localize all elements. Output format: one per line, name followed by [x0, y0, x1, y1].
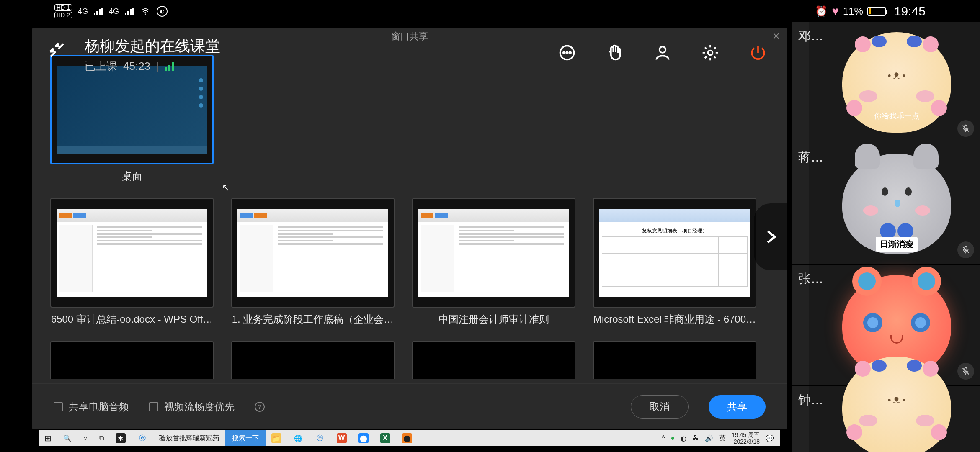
tray-icon[interactable]: ◐ [681, 434, 686, 442]
clock-date: 2022/3/18 [732, 438, 760, 445]
status-right: ⏰ ♥ 11% 19:45 [815, 4, 926, 18]
taskview-icon[interactable]: ⧉ [93, 430, 110, 446]
search-box[interactable]: 搜索一下 [225, 430, 266, 446]
battery-pct: 11% [843, 5, 863, 17]
source-window-2[interactable]: 1. 业务完成阶段工作底稿（企业会… [231, 198, 395, 326]
info-icon[interactable]: ? [255, 402, 265, 412]
svg-point-3 [566, 52, 568, 54]
chevron-right-icon [762, 229, 779, 245]
app-icon-orange[interactable]: ⬤ [396, 430, 418, 446]
wps-icon[interactable]: W [331, 430, 353, 446]
next-page-button[interactable] [754, 203, 787, 270]
user-icon [653, 44, 672, 62]
hd2-badge: HD 2 [54, 12, 72, 18]
tray-ime[interactable]: 英 [719, 434, 726, 443]
edge-icon[interactable]: 🌐 [287, 430, 309, 446]
ie-icon[interactable]: ⓔ [132, 430, 153, 446]
source-window-3[interactable]: 中国注册会计师审计准则 [412, 198, 575, 326]
chat-button[interactable] [554, 40, 580, 65]
desktop-label: 桌面 [50, 170, 214, 183]
participant-tile-2[interactable]: 蒋… 日渐消瘦 [792, 143, 980, 265]
svg-point-4 [570, 52, 571, 54]
room-title: 杨柳发起的在线课堂 [85, 36, 220, 56]
ie-icon-2[interactable]: ⓔ [309, 430, 331, 446]
source-window-4[interactable]: 复核意见明细表（项目经理） Microsoft Excel 非商业用途 - 67… [593, 198, 756, 326]
mute-icon[interactable] [957, 120, 974, 137]
chat-icon [558, 44, 576, 62]
source-window-6[interactable] [231, 341, 395, 379]
avatar-caption: 你给我乖一点 [842, 111, 951, 121]
globe-icon: ◐ [157, 6, 168, 17]
participant-name: 张… [798, 270, 823, 288]
share-audio-checkbox[interactable]: 共享电脑音频 [54, 400, 129, 413]
window-4-label: Microsoft Excel 非商业用途 - 6700… [593, 313, 756, 326]
participants-list: 邓… • ᴥ • 你给我乖一点 蒋… [792, 22, 980, 452]
taskbar-clock[interactable]: 19:45 周五 2022/3/18 [732, 431, 760, 445]
cortana-icon[interactable]: ○ [77, 430, 93, 446]
participant-tile-4[interactable]: 钟… • ᴥ • [792, 386, 980, 452]
settings-button[interactable] [698, 40, 723, 65]
pinned-news[interactable]: 验放首批辉瑞新冠药 [153, 430, 225, 446]
source-desktop[interactable]: 桌面 [50, 55, 214, 183]
checkbox-icon [149, 402, 158, 411]
tray-network-icon[interactable]: 🖧 [692, 434, 699, 442]
share-dialog: 窗口共享 ✕ 桌面 [32, 28, 787, 429]
app-icon-blue[interactable]: ⬤ [353, 430, 374, 446]
room-elapsed: 45:23 [123, 60, 150, 73]
windows-taskbar[interactable]: ⊞ 🔍 ○ ⧉ ✱ ⓔ 验放首批辉瑞新冠药 搜索一下 📁 🌐 ⓔ W ⬤ X ⬤… [39, 430, 780, 446]
source-window-5[interactable] [50, 341, 214, 379]
collapse-icon[interactable] [49, 42, 65, 62]
source-window-7[interactable] [412, 341, 575, 379]
status-bar: HD 1 HD 2 4G 4G ◐ ⏰ ♥ 11% 19:45 [0, 0, 980, 23]
participants-button[interactable] [650, 40, 675, 65]
raise-hand-button[interactable] [602, 40, 627, 65]
participants-panel[interactable]: 邓… • ᴥ • 你给我乖一点 蒋… [792, 22, 980, 452]
explorer-icon[interactable]: 📁 [266, 430, 287, 446]
room-status: 已上课 [85, 59, 117, 74]
end-class-button[interactable] [745, 40, 771, 65]
gear-icon [701, 44, 720, 62]
excel-icon[interactable]: X [374, 430, 396, 446]
network-quality-icon [165, 62, 174, 71]
main-stage: 窗口共享 ✕ 桌面 [32, 28, 787, 429]
mute-icon[interactable] [957, 241, 974, 258]
signal-icon-1 [94, 8, 103, 15]
notifications-icon[interactable]: 💬 [766, 434, 774, 442]
svg-point-2 [563, 52, 565, 54]
net-4g-1: 4G [78, 7, 88, 16]
system-tray[interactable]: ^ ● ◐ 🖧 🔊 英 19:45 周五 2022/3/18 💬 [656, 431, 780, 445]
share-button[interactable]: 共享 [709, 395, 766, 419]
tray-volume-icon[interactable]: 🔊 [705, 434, 713, 442]
source-grid[interactable]: 桌面 6500 审计总结-oo.docx - WPS Off… [50, 55, 779, 379]
alarm-icon: ⏰ [815, 5, 828, 17]
excel-title: 复核意见明细表（项目经理） [602, 225, 748, 236]
clock-time: 19:45 周五 [732, 431, 760, 438]
participant-tile-1[interactable]: 邓… • ᴥ • 你给我乖一点 [792, 22, 980, 143]
app-icon[interactable]: ✱ [110, 430, 132, 446]
window-4-thumb[interactable]: 复核意见明细表（项目经理） [593, 198, 756, 308]
hd1-badge: HD 1 [54, 4, 72, 11]
window-2-thumb[interactable] [231, 198, 395, 308]
window-3-label: 中国注册会计师审计准则 [412, 313, 575, 326]
svg-point-6 [708, 51, 713, 55]
start-button[interactable]: ⊞ [39, 430, 57, 446]
window-1-thumb[interactable] [50, 198, 214, 308]
window-2-label: 1. 业务完成阶段工作底稿（企业会… [231, 313, 395, 326]
cancel-button[interactable]: 取消 [631, 395, 689, 419]
source-window-1[interactable]: 6500 审计总结-oo.docx - WPS Off… [50, 198, 214, 326]
participant-name: 邓… [798, 28, 823, 45]
dialog-footer: 共享电脑音频 视频流畅度优先 ? 取消 共享 [32, 383, 787, 429]
svg-point-0 [145, 13, 146, 14]
search-icon[interactable]: 🔍 [57, 430, 77, 446]
fluency-checkbox[interactable]: 视频流畅度优先 [149, 400, 235, 413]
cursor-icon: ↖ [222, 182, 230, 193]
participant-name: 蒋… [798, 149, 823, 166]
avatar-tag: 日渐消瘦 [876, 237, 918, 252]
share-audio-label: 共享电脑音频 [69, 400, 129, 413]
source-window-8[interactable] [593, 341, 756, 379]
room-header: 杨柳发起的在线课堂 已上课 45:23 | [85, 36, 220, 74]
tray-chevron-icon[interactable]: ^ [662, 434, 665, 442]
tray-icon[interactable]: ● [671, 434, 675, 442]
close-icon[interactable]: ✕ [772, 31, 780, 42]
window-3-thumb[interactable] [412, 198, 575, 308]
